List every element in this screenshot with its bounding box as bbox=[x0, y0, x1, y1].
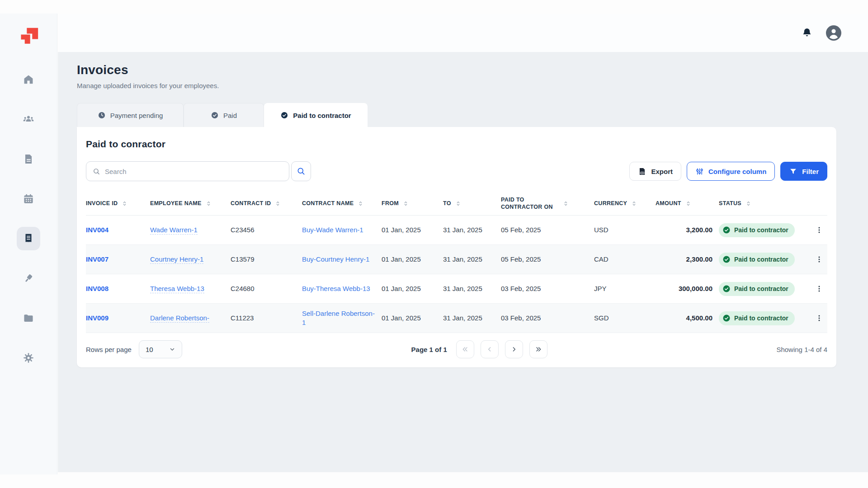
gavel-icon bbox=[23, 272, 34, 284]
sort-icon[interactable] bbox=[357, 200, 364, 207]
amount-cell: 3,200.00 bbox=[656, 225, 719, 235]
from-date-cell: 01 Jan, 2025 bbox=[382, 225, 443, 235]
row-actions-menu-button[interactable] bbox=[814, 252, 825, 267]
check-circle-icon bbox=[722, 285, 731, 293]
sort-icon[interactable] bbox=[745, 200, 752, 207]
export-button[interactable]: Export bbox=[629, 162, 681, 181]
app-frame: Invoices Manage uploaded invoices for yo… bbox=[0, 0, 868, 488]
sort-icon[interactable] bbox=[562, 200, 569, 207]
col-employee-name: EMPLOYEE NAME bbox=[150, 200, 231, 207]
gear-icon bbox=[23, 352, 34, 364]
tab-paid-to-contractor[interactable]: Paid to contractor bbox=[264, 103, 368, 127]
contract-name-link[interactable]: Buy-Courtney Henry-1 bbox=[302, 255, 382, 264]
page-subtitle: Manage uploaded invoices for your employ… bbox=[77, 82, 219, 89]
status-badge: Paid to contractor bbox=[719, 223, 795, 237]
section-heading: Paid to conractor bbox=[86, 139, 827, 150]
sliders-icon bbox=[695, 167, 704, 176]
search-icon bbox=[93, 168, 100, 175]
employee-name-cell: Darlene Robertson- bbox=[150, 314, 231, 323]
invoice-tabs: Payment pending Paid Paid to contractor bbox=[77, 103, 368, 127]
contract-id-cell: C11223 bbox=[231, 314, 302, 323]
pagination-bar: Rows per page 10 Page 1 of 1 bbox=[86, 333, 827, 366]
configure-column-button[interactable]: Configure column bbox=[687, 162, 775, 181]
row-actions-menu-button[interactable] bbox=[814, 223, 825, 237]
contract-name-link[interactable]: Buy-Wade Warren-1 bbox=[302, 225, 382, 235]
kebab-menu-icon bbox=[815, 285, 823, 293]
col-to: TO bbox=[443, 200, 501, 207]
check-circle-icon bbox=[211, 111, 219, 119]
sort-icon[interactable] bbox=[685, 200, 692, 207]
search-submit-button[interactable] bbox=[291, 161, 311, 181]
sidebar-nav bbox=[17, 68, 40, 370]
tab-paid[interactable]: Paid bbox=[184, 103, 264, 127]
rows-per-page-select[interactable]: 10 bbox=[139, 340, 182, 358]
kebab-menu-icon bbox=[815, 255, 823, 263]
row-actions-menu-button[interactable] bbox=[814, 311, 825, 325]
main-content: Invoices Manage uploaded invoices for yo… bbox=[58, 52, 868, 472]
table-row: INV004 Wade Warren-1 C23456 Buy-Wade War… bbox=[86, 216, 827, 245]
sidebar-item-compliance[interactable] bbox=[17, 267, 40, 290]
invoice-id-link[interactable]: INV007 bbox=[86, 255, 150, 264]
currency-cell: USD bbox=[594, 225, 656, 235]
check-circle-icon bbox=[722, 226, 731, 234]
currency-cell: CAD bbox=[594, 255, 656, 264]
sort-icon[interactable] bbox=[402, 200, 409, 207]
sort-icon[interactable] bbox=[121, 200, 128, 207]
sidebar-item-files[interactable] bbox=[17, 306, 40, 330]
employee-name-link[interactable]: Darlene Robertson- bbox=[150, 314, 209, 323]
next-page-button[interactable] bbox=[505, 340, 523, 358]
paid-on-cell: 03 Feb, 2025 bbox=[501, 314, 594, 323]
employee-name-link[interactable]: Wade Warren-1 bbox=[150, 226, 198, 235]
contract-id-cell: C13579 bbox=[231, 255, 302, 264]
tab-label: Paid bbox=[223, 112, 237, 119]
contract-id-cell: C24680 bbox=[231, 284, 302, 293]
invoice-id-link[interactable]: INV008 bbox=[86, 284, 150, 293]
previous-page-button[interactable] bbox=[481, 340, 499, 358]
filter-button[interactable]: Filter bbox=[780, 162, 827, 181]
invoices-table: INVOICE ID EMPLOYEE NAME CONTRACT ID CON… bbox=[86, 194, 827, 333]
notifications-bell-icon[interactable] bbox=[801, 27, 813, 39]
col-paid-on: PAID TO CONTRACTOR ON bbox=[501, 197, 594, 211]
tab-payment-pending[interactable]: Payment pending bbox=[77, 103, 184, 127]
contract-name-link[interactable]: Buy-Theresa Webb-13 bbox=[302, 284, 382, 293]
sidebar-item-invoices[interactable] bbox=[17, 227, 40, 250]
first-page-button[interactable] bbox=[456, 340, 474, 358]
home-icon bbox=[23, 74, 34, 85]
invoice-id-link[interactable]: INV004 bbox=[86, 225, 150, 235]
sidebar-item-home[interactable] bbox=[17, 68, 40, 91]
sidebar-item-calendar[interactable] bbox=[17, 187, 40, 211]
col-from: FROM bbox=[382, 200, 443, 207]
contract-name-link[interactable]: Sell-Darlene Robertson-1 bbox=[302, 309, 382, 328]
csv-file-icon bbox=[638, 167, 646, 176]
employee-name-link[interactable]: Courtney Henry-1 bbox=[150, 255, 203, 264]
table-row: INV009 Darlene Robertson- C11223 Sell-Da… bbox=[86, 304, 827, 333]
to-date-cell: 31 Jan, 2025 bbox=[443, 314, 501, 323]
check-circle-icon bbox=[722, 255, 731, 263]
invoice-id-link[interactable]: INV009 bbox=[86, 314, 150, 323]
sidebar-item-team[interactable] bbox=[17, 108, 40, 131]
sidebar-item-documents[interactable] bbox=[17, 147, 40, 171]
folder-icon bbox=[23, 312, 34, 324]
invoices-card: Paid to conractor Export Configure col bbox=[77, 127, 836, 367]
user-avatar[interactable] bbox=[826, 25, 842, 41]
amount-cell: 4,500.00 bbox=[656, 314, 719, 323]
double-chevron-left-icon bbox=[462, 346, 469, 353]
employee-name-link[interactable]: Theresa Webb-13 bbox=[150, 285, 204, 293]
row-actions-menu-button[interactable] bbox=[814, 282, 825, 296]
sort-icon[interactable] bbox=[274, 200, 281, 207]
sidebar-item-settings[interactable] bbox=[17, 346, 40, 370]
paid-on-cell: 05 Feb, 2025 bbox=[501, 225, 594, 235]
page-info: Page 1 of 1 bbox=[411, 346, 447, 353]
currency-cell: SGD bbox=[594, 314, 656, 323]
from-date-cell: 01 Jan, 2025 bbox=[382, 314, 443, 323]
sort-icon[interactable] bbox=[631, 200, 637, 207]
chevron-right-icon bbox=[510, 346, 518, 353]
col-invoice-id: INVOICE ID bbox=[86, 200, 150, 207]
col-contract-name: CONTRACT NAME bbox=[302, 200, 382, 207]
sort-icon[interactable] bbox=[455, 200, 462, 207]
sort-icon[interactable] bbox=[205, 200, 212, 207]
search-input[interactable] bbox=[105, 168, 283, 175]
last-page-button[interactable] bbox=[529, 340, 547, 358]
kebab-menu-icon bbox=[815, 314, 823, 322]
team-icon bbox=[23, 113, 34, 125]
